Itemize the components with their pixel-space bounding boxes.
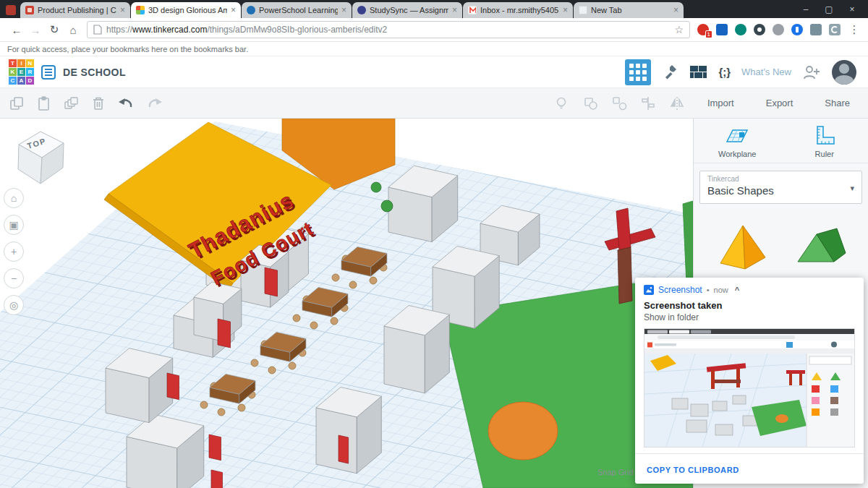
scene-object[interactable] — [238, 404, 245, 411]
bush-object[interactable] — [371, 182, 381, 192]
scene-object[interactable] — [200, 401, 208, 408]
workplane-tool[interactable]: Workplane — [694, 124, 781, 158]
tab-close-icon[interactable]: × — [341, 6, 346, 14]
home-icon[interactable]: ⌂ — [64, 20, 82, 39]
bricks-mode-icon[interactable] — [690, 65, 707, 80]
scene-object[interactable] — [289, 362, 296, 369]
ungroup-icon[interactable] — [611, 95, 627, 111]
tab-close-icon[interactable]: × — [563, 6, 568, 14]
zoom-in-icon[interactable]: + — [4, 241, 24, 262]
duplicate-icon[interactable] — [64, 95, 80, 111]
notification-header: Screenshot • now ^ — [635, 278, 864, 295]
scene-object[interactable] — [310, 322, 318, 329]
copy-icon[interactable] — [9, 95, 25, 111]
shape-roof[interactable] — [791, 220, 847, 275]
tab-close-icon[interactable]: × — [452, 6, 457, 14]
scene-object[interactable] — [332, 274, 339, 281]
extension-icon[interactable] — [829, 24, 841, 35]
invite-people-icon[interactable] — [802, 64, 821, 81]
3d-design-mode-button[interactable] — [625, 59, 651, 85]
3d-viewport[interactable]: Thadanius Thadanius Food Court Food Cour… — [0, 119, 693, 488]
extension-icon[interactable]: 1 — [697, 24, 709, 35]
separator-dot: • — [707, 286, 710, 294]
extension-icon[interactable] — [810, 24, 822, 35]
scene-object[interactable] — [218, 408, 225, 416]
export-button[interactable]: Export — [757, 94, 803, 112]
scene-object[interactable] — [167, 373, 179, 400]
import-button[interactable]: Import — [698, 94, 744, 112]
redo-icon[interactable] — [146, 95, 163, 111]
notification-thumbnail[interactable] — [644, 328, 855, 448]
browser-address-bar: ← → ↻ ⌂ https://www.tinkercad.com/things… — [0, 18, 868, 42]
design-menu-icon[interactable] — [41, 65, 56, 80]
red-plank-object[interactable] — [616, 208, 631, 250]
browser-tab-product-publishing[interactable]: Product Publishing | CG × — [20, 2, 130, 18]
browser-tab-new-tab[interactable]: New Tab × — [574, 2, 684, 18]
align-icon[interactable] — [640, 95, 656, 111]
delete-trash-icon[interactable] — [91, 95, 106, 111]
scene-object[interactable] — [211, 470, 223, 488]
wood-post-object[interactable] — [618, 247, 632, 304]
user-avatar[interactable] — [832, 60, 856, 85]
scene-object[interactable] — [384, 326, 425, 393]
scene-object[interactable] — [268, 367, 276, 374]
ruler-tool[interactable]: Ruler — [781, 124, 868, 158]
perspective-toggle-icon[interactable]: ◎ — [4, 295, 24, 315]
scene-object[interactable] — [251, 359, 258, 367]
back-icon[interactable]: ← — [7, 20, 26, 39]
3d-canvas[interactable]: Thadanius Thadanius Food Court Food Cour… — [0, 119, 693, 488]
scene-object[interactable] — [293, 314, 300, 322]
codeblocks-icon[interactable]: {;} — [718, 66, 731, 78]
tab-close-icon[interactable]: × — [231, 6, 236, 14]
browser-tab-gmail[interactable]: Inbox - mr.smithy5405@ × — [463, 2, 573, 18]
shape-library-dropdown[interactable]: Tinkercad Basic Shapes ▾ — [699, 171, 862, 204]
fit-view-icon[interactable]: ▣ — [4, 215, 24, 235]
scene-object[interactable] — [265, 267, 278, 296]
scene-object[interactable] — [339, 435, 349, 463]
tinkercad-logo[interactable]: TINKERCAD — [9, 59, 34, 85]
scene-object[interactable] — [488, 402, 558, 460]
scene-object[interactable] — [349, 281, 357, 288]
view-cube[interactable]: TOP — [6, 123, 75, 188]
scene-object[interactable] — [316, 408, 357, 474]
shape-pyramid[interactable] — [715, 220, 771, 275]
show-in-folder-link[interactable]: Show in folder — [644, 312, 855, 322]
paste-icon[interactable] — [36, 95, 52, 111]
refresh-icon[interactable]: ↻ — [45, 20, 64, 39]
browser-tab-studysync[interactable]: StudySync — Assignme × — [352, 2, 462, 18]
scene-object[interactable] — [218, 319, 231, 348]
close-window-icon[interactable]: × — [841, 0, 864, 18]
extension-icon[interactable] — [735, 24, 746, 35]
scene-object[interactable] — [209, 435, 221, 461]
url-omnibox[interactable]: https://www.tinkercad.com/things/aDmMw9o… — [87, 21, 690, 38]
extension-icon[interactable] — [754, 24, 765, 35]
whats-new-link[interactable]: What's New — [741, 67, 791, 77]
mirror-icon[interactable] — [669, 95, 685, 111]
show-all-bulb-icon[interactable] — [553, 95, 569, 111]
home-view-icon[interactable]: ⌂ — [4, 188, 24, 208]
share-button[interactable]: Share — [815, 94, 859, 112]
scene-object[interactable] — [331, 317, 338, 325]
minimize-icon[interactable]: – — [794, 0, 817, 18]
tab-close-icon[interactable]: × — [673, 6, 678, 14]
build-hammer-icon[interactable] — [662, 64, 679, 81]
copy-to-clipboard-button[interactable]: COPY TO CLIPBOARD — [647, 466, 739, 474]
logo-tile: A — [17, 77, 25, 85]
zoom-out-icon[interactable]: − — [4, 268, 24, 288]
tab-close-icon[interactable]: × — [120, 6, 125, 14]
bookmark-star-icon[interactable]: ☆ — [674, 24, 684, 35]
extension-icon[interactable] — [716, 24, 728, 35]
extension-icon[interactable] — [791, 24, 803, 35]
design-title[interactable]: DE SCHOOL — [63, 67, 126, 78]
undo-icon[interactable] — [117, 95, 135, 111]
browser-tab-powerschool[interactable]: PowerSchool Learning × — [242, 2, 352, 18]
extension-icon[interactable] — [773, 24, 784, 35]
browser-tab-tinkercad[interactable]: 3D design Glorious Amb × — [131, 2, 241, 18]
maximize-icon[interactable]: ▢ — [817, 0, 841, 18]
scene-object[interactable] — [370, 277, 377, 284]
collapse-caret-icon[interactable]: ^ — [735, 286, 739, 294]
group-icon[interactable] — [582, 95, 598, 111]
bush-object[interactable] — [381, 200, 393, 212]
forward-icon[interactable]: → — [26, 20, 45, 39]
browser-menu-icon[interactable]: ⋮ — [848, 23, 861, 36]
